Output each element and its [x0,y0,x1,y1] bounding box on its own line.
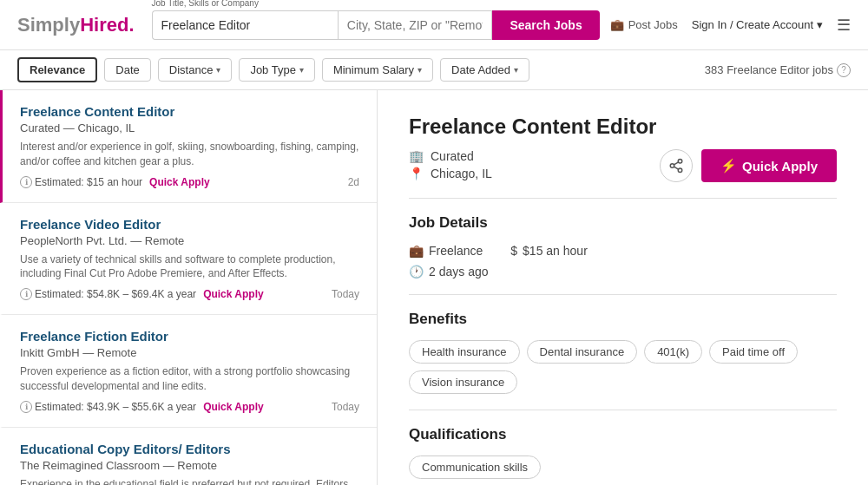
main-content: Freelance Content Editor Curated — Chica… [0,90,868,485]
job-company: The Reimagined Classroom — Remote [20,459,359,472]
benefits-section-title: Benefits [409,311,837,328]
job-posted-detail: 🕐 2 days ago [409,265,837,279]
benefit-tag: Dental insurance [527,340,638,364]
filter-date-added[interactable]: Date Added ▾ [440,58,529,82]
job-detail: Freelance Content Editor 🏢 Curated 📍 Chi… [378,90,868,485]
job-desc: Interest and/or experience in golf, skii… [20,140,359,169]
lightning-icon: ⚡ [720,158,737,174]
chevron-down-icon: ▾ [514,65,518,75]
filter-bar: Relevance Date Distance ▾ Job Type ▾ Min… [0,50,868,90]
job-desc: Experience in the educational field is p… [20,477,359,485]
logo-dot: . [128,14,134,36]
post-jobs-link[interactable]: 💼 Post Jobs [610,18,678,31]
logo[interactable]: SimplyHired. [17,14,135,36]
dollar-icon: $ [510,244,517,258]
header: SimplyHired. Job Title, Skills or Compan… [0,0,868,50]
sign-in-button[interactable]: Sign In / Create Account ▾ [692,18,823,31]
divider-1 [409,198,837,199]
job-title: Freelance Video Editor [20,217,359,232]
divider-3 [409,410,837,410]
benefit-tag: Paid time off [709,340,798,364]
job-company: PeopleNorth Pvt. Ltd. — Remote [20,234,359,247]
divider-2 [409,294,837,295]
quick-apply-link[interactable]: Quick Apply [149,176,210,188]
clock-icon: 🕐 [409,265,424,279]
info-circle-icon: ℹ [20,176,32,188]
chevron-down-icon: ▾ [418,65,422,75]
job-salary-value: $15 an hour [523,244,588,258]
post-jobs-label: Post Jobs [628,18,678,31]
location-input[interactable] [338,10,493,40]
job-posted-value: 2 days ago [429,265,489,279]
job-details-section-title: Job Details [409,214,837,232]
search-group: Job Title, Skills or Company Search Jobs [152,10,600,40]
briefcase-icon: 💼 [610,18,624,31]
job-details-grid: 💼 Freelance $ $15 an hour [409,244,837,258]
quick-apply-link[interactable]: Quick Apply [203,401,264,413]
svg-line-4 [674,162,678,165]
search-location-wrap [338,10,493,40]
detail-actions: ⚡ Quick Apply [660,149,837,182]
job-title: Educational Copy Editors/ Editors [20,442,359,456]
detail-location: Chicago, IL [431,167,492,180]
job-desc: Proven experience as a fiction editor, w… [20,364,359,394]
search-button[interactable]: Search Jobs [492,10,599,40]
detail-company: Curated [431,149,474,163]
quick-apply-button[interactable]: ⚡ Quick Apply [701,149,837,182]
benefit-tag: Vision insurance [409,370,517,394]
filter-date-added-label: Date Added [451,63,510,76]
info-circle-icon: ℹ [20,288,32,300]
search-label: Job Title, Skills or Company [152,0,259,8]
job-card[interactable]: Freelance Fiction Editor Inkitt GmbH — R… [0,315,377,428]
quick-apply-link[interactable]: Quick Apply [203,288,264,300]
job-company: Inkitt GmbH — Remote [20,346,359,359]
header-actions: 💼 Post Jobs Sign In / Create Account ▾ ☰ [610,16,851,35]
filter-date[interactable]: Date [104,58,150,82]
job-date: 2d [348,176,359,188]
hamburger-menu-icon[interactable]: ☰ [837,16,851,35]
svg-line-3 [674,167,678,169]
filter-minimum-salary[interactable]: Minimum Salary ▾ [322,58,433,82]
job-company: Curated — Chicago, IL [20,121,359,134]
qualifications-tags: Communication skills [409,456,837,479]
job-title: Freelance Fiction Editor [20,329,359,344]
job-salary: ℹ Estimated: $54.8K – $69.4K a year [20,288,196,300]
benefit-tag: 401(k) [644,340,702,364]
job-salary: ℹ Estimated: $15 an hour [20,176,142,188]
benefits-tags: Health insuranceDental insurance401(k)Pa… [409,340,837,394]
quick-apply-btn-label: Quick Apply [742,159,818,174]
detail-company-row: 🏢 Curated [409,149,492,163]
job-footer: ℹ Estimated: $54.8K – $69.4K a year Quic… [20,288,359,300]
chevron-down-icon: ▾ [817,18,823,31]
building-icon: 🏢 [409,149,424,163]
filter-distance[interactable]: Distance ▾ [158,58,233,82]
job-footer: ℹ Estimated: $15 an hour Quick Apply 2d [20,176,359,188]
chevron-down-icon: ▾ [216,65,220,75]
job-card[interactable]: Educational Copy Editors/ Editors The Re… [0,428,377,485]
job-date: Today [332,288,359,300]
info-icon[interactable]: ? [837,63,851,77]
filter-job-type[interactable]: Job Type ▾ [239,58,315,82]
job-desc: Use a variety of technical skills and so… [20,252,359,282]
job-type-detail: 💼 Freelance [409,244,483,258]
job-salary-detail: $ $15 an hour [510,244,588,258]
results-count-text: 383 Freelance Editor jobs [705,63,833,76]
briefcase-icon: 💼 [409,244,424,258]
filter-relevance[interactable]: Relevance [17,57,97,82]
search-title-wrap: Job Title, Skills or Company [152,10,338,40]
logo-hired: Hired [80,14,128,36]
qualifications-section-title: Qualifications [409,426,837,443]
job-title: Freelance Content Editor [20,104,359,119]
location-icon: 📍 [409,167,424,180]
job-salary: ℹ Estimated: $43.9K – $55.6K a year [20,401,196,413]
share-button[interactable] [660,149,693,182]
filter-min-salary-label: Minimum Salary [333,63,414,76]
info-circle-icon: ℹ [20,401,32,413]
job-card[interactable]: Freelance Video Editor PeopleNorth Pvt. … [0,203,377,316]
chevron-down-icon: ▾ [299,65,304,75]
job-footer: ℹ Estimated: $43.9K – $55.6K a year Quic… [20,401,359,413]
job-card[interactable]: Freelance Content Editor Curated — Chica… [0,90,377,203]
search-input[interactable] [152,10,338,40]
sign-in-label: Sign In / Create Account [692,18,813,31]
logo-simply: Simply [17,14,80,36]
